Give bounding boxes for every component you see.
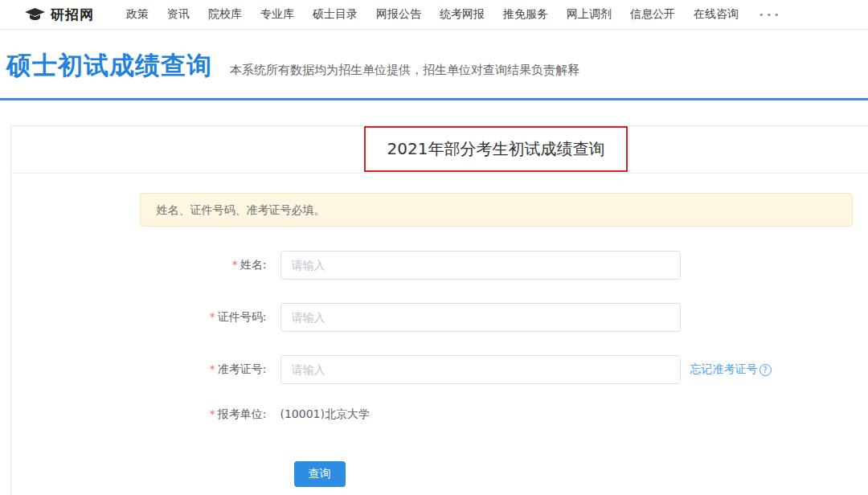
admission-ticket-input[interactable] [280,355,681,384]
target-unit-label: *报考单位: [140,407,280,422]
required-fields-alert: 姓名、证件号码、准考证号必填。 [140,193,853,227]
target-unit-value: (10001)北京大学 [280,407,370,422]
nav-item-policy[interactable]: 政策 [126,7,149,22]
form-row-target-unit: *报考单位: (10001)北京大学 [140,407,853,422]
nav-item-majors[interactable]: 专业库 [260,7,294,22]
nav-item-catalog[interactable]: 硕士目录 [313,7,358,22]
form-row-submit: 查询 [140,461,853,487]
brand-name: 研招网 [51,6,94,24]
required-asterisk: * [210,310,215,323]
card-heading: 2021年部分考生初试成绩查询 [387,139,605,158]
top-nav: 研招网 政策 资讯 院校库 专业库 硕士目录 网报公告 统考网报 推免服务 网上… [0,0,868,30]
form-row-name: *姓名: [140,251,853,280]
blue-divider [0,98,868,100]
admission-ticket-label: *准考证号: [140,362,280,377]
help-circle-icon: ? [760,364,772,376]
id-number-label: *证件号码: [140,310,280,325]
page-header: 硕士初试成绩查询 本系统所有数据均为招生单位提供，招生单位对查询结果负责解释 [0,30,868,83]
name-label-text: 姓名: [240,258,267,271]
nav-item-consult[interactable]: 在线咨询 [694,7,739,22]
graduation-cap-icon [24,7,46,22]
target-unit-label-text: 报考单位: [218,407,267,420]
more-menu-icon[interactable]: ••• [759,10,781,20]
red-annotation-box: 2021年部分考生初试成绩查询 [364,126,628,172]
id-number-label-text: 证件号码: [218,310,267,323]
required-asterisk: * [232,258,238,271]
nav-item-news[interactable]: 资讯 [167,7,190,22]
nav-item-exempt[interactable]: 推免服务 [503,7,548,22]
required-asterisk: * [210,362,215,375]
forgot-ticket-link-text: 忘记准考证号 [690,362,758,377]
nav-item-disclosure[interactable]: 信息公开 [630,7,675,22]
query-card: 2021年部分考生初试成绩查询 姓名、证件号码、准考证号必填。 *姓名: *证件… [10,125,868,495]
admission-ticket-label-text: 准考证号: [218,362,267,375]
card-header: 2021年部分考生初试成绩查询 [11,126,868,174]
nav-item-announce[interactable]: 网报公告 [376,7,421,22]
required-asterisk: * [210,407,215,420]
nav-item-adjust[interactable]: 网上调剂 [567,7,612,22]
name-input[interactable] [280,251,681,280]
query-button[interactable]: 查询 [294,461,346,487]
page-subtitle: 本系统所有数据均为招生单位提供，招生单位对查询结果负责解释 [230,63,579,78]
site-logo[interactable]: 研招网 [24,6,94,24]
form-row-admission-ticket: *准考证号: 忘记准考证号? [140,355,853,384]
score-query-form: *姓名: *证件号码: *准考证号: 忘记准考证号? *报考单位: (10001… [140,251,853,487]
page-title: 硕士初试成绩查询 [6,49,212,83]
nav-menu: 政策 资讯 院校库 专业库 硕士目录 网报公告 统考网报 推免服务 网上调剂 信… [126,7,781,22]
forgot-ticket-link[interactable]: 忘记准考证号? [690,362,772,377]
form-row-id-number: *证件号码: [140,303,853,332]
id-number-input[interactable] [280,303,681,332]
nav-item-colleges[interactable]: 院校库 [208,7,242,22]
nav-item-exam-signup[interactable]: 统考网报 [440,7,485,22]
name-label: *姓名: [140,258,280,272]
